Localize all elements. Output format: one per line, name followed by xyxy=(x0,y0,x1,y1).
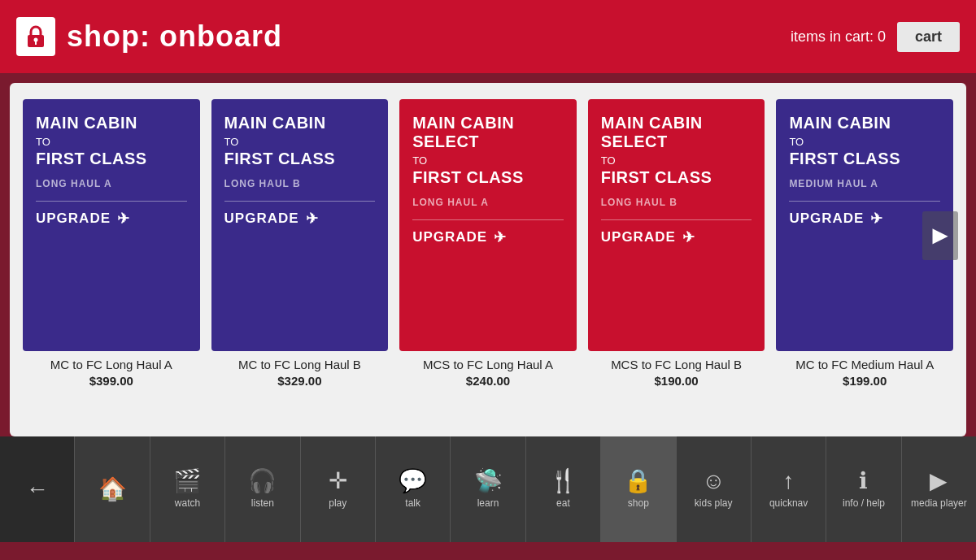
nav-label-shop: shop xyxy=(628,497,649,509)
card-price: $399.00 xyxy=(23,374,200,388)
card-price: $190.00 xyxy=(588,374,765,388)
nav-item-media-player[interactable]: ▶media player xyxy=(902,436,976,542)
main-content: MAIN CABIN TO FIRST CLASS LONG HAUL A UP… xyxy=(10,83,966,436)
learn-icon: 🛸 xyxy=(474,470,503,493)
nav-label-eat: eat xyxy=(556,497,570,509)
card-label-area-mcs-fc-long-haul-a: MCS to FC Long Haul A $240.00 xyxy=(399,351,577,389)
card-to: TO xyxy=(36,136,187,148)
eat-icon: 🍴 xyxy=(549,470,577,493)
nav-item-info-help[interactable]: ℹinfo / help xyxy=(826,436,901,542)
nav-label-talk: talk xyxy=(405,497,420,509)
card-from: MAIN CABIN xyxy=(36,114,187,132)
bottom-navigation: ←🏠🎬watch🎧listen✛play💬talk🛸learn🍴eat🔒shop… xyxy=(0,436,976,542)
card-name: MC to FC Medium Haul A xyxy=(776,358,953,371)
listen-icon: 🎧 xyxy=(248,470,277,493)
card-label-area-mc-fc-medium-haul-a: MC to FC Medium Haul A $199.00 xyxy=(776,351,953,389)
card-dest: FIRST CLASS xyxy=(412,168,564,187)
card-label-area-mc-fc-long-haul-a: MC to FC Long Haul A $399.00 xyxy=(23,351,200,389)
nav-label-listen: listen xyxy=(251,497,274,509)
card-dest: FIRST CLASS xyxy=(224,150,376,168)
quicknav-icon: ↑ xyxy=(783,470,795,493)
nav-item-eat[interactable]: 🍴eat xyxy=(526,436,601,542)
upgrade-card-mcs-fc-long-haul-a[interactable]: MAIN CABIN SELECT TO FIRST CLASS LONG HA… xyxy=(399,99,577,351)
nav-label-learn: learn xyxy=(477,497,499,509)
upgrade-arrow-icon: ✈ xyxy=(870,210,883,228)
card-wrap-mc-fc-long-haul-a: MAIN CABIN TO FIRST CLASS LONG HAUL A UP… xyxy=(23,99,200,389)
nav-item-talk[interactable]: 💬talk xyxy=(376,436,451,542)
play-icon: ✛ xyxy=(329,470,347,493)
nav-label-kids-play: kids play xyxy=(695,497,733,509)
svg-point-1 xyxy=(34,38,38,42)
card-upgrade-label: UPGRADE ✈ xyxy=(36,210,187,228)
header: shop: onboard items in cart: 0 cart xyxy=(0,0,976,73)
card-label-area-mcs-fc-long-haul-b: MCS to FC Long Haul B $190.00 xyxy=(588,351,765,389)
watch-icon: 🎬 xyxy=(173,470,202,493)
media-player-icon: ▶ xyxy=(930,470,948,493)
nav-item-home[interactable]: 🏠 xyxy=(75,436,150,542)
upgrade-cards: MAIN CABIN TO FIRST CLASS LONG HAUL A UP… xyxy=(23,99,953,389)
home-icon: 🏠 xyxy=(98,478,127,501)
nav-item-kids-play[interactable]: ☺kids play xyxy=(677,436,752,542)
upgrade-arrow-icon: ✈ xyxy=(117,210,130,228)
card-price: $329.00 xyxy=(211,374,389,388)
nav-item-quicknav[interactable]: ↑quicknav xyxy=(752,436,826,542)
upgrade-arrow-icon: ✈ xyxy=(682,228,695,246)
upgrade-arrow-icon: ✈ xyxy=(494,228,507,246)
cart-button[interactable]: cart xyxy=(897,22,960,52)
nav-item-learn[interactable]: 🛸learn xyxy=(451,436,525,542)
card-from: MAIN CABIN xyxy=(789,114,940,132)
info-help-icon: ℹ xyxy=(859,470,868,493)
back-icon: ← xyxy=(26,478,49,501)
card-dest: FIRST CLASS xyxy=(601,168,752,187)
card-sub: LONG HAUL A xyxy=(36,178,187,189)
nav-item-shop[interactable]: 🔒shop xyxy=(601,436,676,542)
card-dest: FIRST CLASS xyxy=(789,150,940,168)
upgrade-card-mc-fc-long-haul-b[interactable]: MAIN CABIN TO FIRST CLASS LONG HAUL B UP… xyxy=(211,99,389,351)
card-to: TO xyxy=(601,154,752,167)
card-sub: LONG HAUL B xyxy=(224,178,376,189)
upgrade-arrow-icon: ✈ xyxy=(306,210,319,228)
card-upgrade-label: UPGRADE ✈ xyxy=(789,210,940,228)
upgrade-card-mcs-fc-long-haul-b[interactable]: MAIN CABIN SELECT TO FIRST CLASS LONG HA… xyxy=(588,99,765,351)
shop-icon: 🔒 xyxy=(624,470,652,493)
nav-label-play: play xyxy=(329,497,346,509)
card-price: $199.00 xyxy=(776,374,953,388)
card-sub: MEDIUM HAUL A xyxy=(789,178,940,189)
next-arrow[interactable]: ► xyxy=(922,211,958,260)
card-upgrade-label: UPGRADE ✈ xyxy=(224,210,376,228)
card-wrap-mcs-fc-long-haul-a: MAIN CABIN SELECT TO FIRST CLASS LONG HA… xyxy=(399,99,577,389)
card-name: MC to FC Long Haul A xyxy=(23,358,200,371)
upgrade-card-mc-fc-long-haul-a[interactable]: MAIN CABIN TO FIRST CLASS LONG HAUL A UP… xyxy=(23,99,200,351)
card-to: TO xyxy=(224,136,376,148)
nav-label-watch: watch xyxy=(175,497,200,509)
card-name: MCS to FC Long Haul A xyxy=(399,358,577,371)
header-left: shop: onboard xyxy=(16,17,282,56)
card-to: TO xyxy=(412,154,564,167)
card-upgrade-label: UPGRADE ✈ xyxy=(412,228,564,246)
nav-item-back[interactable]: ← xyxy=(0,436,75,542)
card-wrap-mcs-fc-long-haul-b: MAIN CABIN SELECT TO FIRST CLASS LONG HA… xyxy=(588,99,765,389)
card-from: MAIN CABIN xyxy=(224,114,376,132)
page-title: shop: onboard xyxy=(67,20,282,54)
nav-label-info-help: info / help xyxy=(843,497,885,509)
card-sub: LONG HAUL B xyxy=(601,197,752,208)
nav-item-listen[interactable]: 🎧listen xyxy=(225,436,300,542)
card-from: MAIN CABIN SELECT xyxy=(601,114,752,151)
card-sub: LONG HAUL A xyxy=(412,197,564,208)
talk-icon: 💬 xyxy=(399,470,427,493)
nav-label-media-player: media player xyxy=(911,497,967,509)
card-name: MCS to FC Long Haul B xyxy=(588,358,765,371)
card-name: MC to FC Long Haul B xyxy=(211,358,389,371)
nav-item-watch[interactable]: 🎬watch xyxy=(150,436,225,542)
kids-play-icon: ☺ xyxy=(702,470,725,493)
header-right: items in cart: 0 cart xyxy=(791,22,960,52)
nav-label-quicknav: quicknav xyxy=(769,497,808,509)
card-from: MAIN CABIN SELECT xyxy=(412,114,564,151)
card-dest: FIRST CLASS xyxy=(36,150,187,168)
card-upgrade-label: UPGRADE ✈ xyxy=(601,228,752,246)
card-to: TO xyxy=(789,136,940,148)
cart-info: items in cart: 0 xyxy=(791,28,886,46)
shop-icon xyxy=(16,17,55,56)
card-label-area-mc-fc-long-haul-b: MC to FC Long Haul B $329.00 xyxy=(211,351,389,389)
nav-item-play[interactable]: ✛play xyxy=(301,436,376,542)
